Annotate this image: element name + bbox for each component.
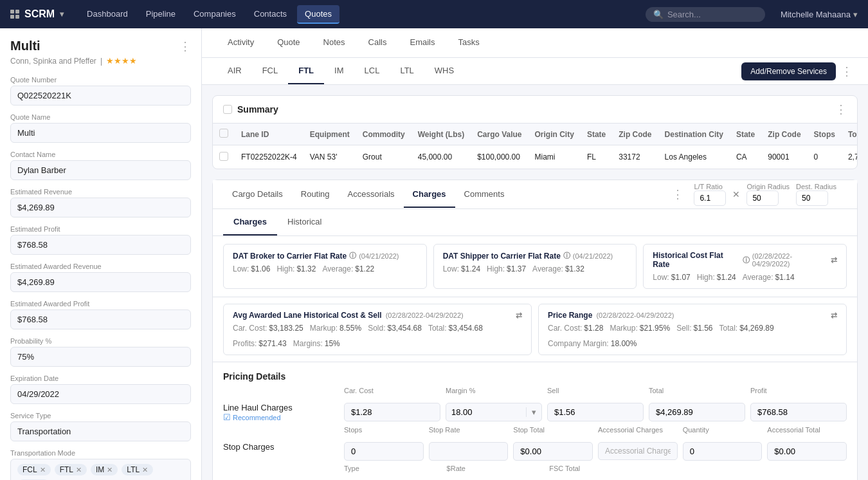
nav-companies[interactable]: Companies: [186, 5, 244, 24]
sidebar-more-options[interactable]: ⋮: [179, 41, 191, 52]
contact-name-value[interactable]: Dylan Barber: [10, 160, 191, 180]
service-tab-fcl[interactable]: FCL: [252, 58, 289, 84]
tab-accessorials[interactable]: Accessorials: [339, 181, 404, 208]
summary-checkbox[interactable]: [223, 105, 232, 114]
search-icon: 🔍: [653, 10, 664, 19]
col-dest-state: State: [730, 124, 761, 145]
user-menu[interactable]: Mitchelle Mahaana ▾: [781, 10, 858, 19]
service-tab-ltl[interactable]: LTL: [390, 58, 424, 84]
line-haul-car-cost-input[interactable]: [344, 403, 440, 421]
price-range-title: Price Range: [548, 311, 592, 320]
charge-tab-charges[interactable]: Charges: [223, 209, 277, 235]
inner-tabs-more-options[interactable]: ⋮: [672, 189, 683, 200]
tab-comments[interactable]: Comments: [455, 181, 514, 208]
tab-notes[interactable]: Notes: [313, 28, 356, 57]
col-origin-city: Origin City: [529, 124, 581, 145]
header-checkbox[interactable]: [219, 129, 228, 138]
accessorial-charges-input[interactable]: [598, 442, 678, 460]
estimated-revenue-value: $4,269.89: [10, 198, 191, 217]
stop-rate-input[interactable]: [429, 442, 509, 461]
pricing-details: Pricing Details Car. Cost Margin % Sell …: [213, 362, 857, 480]
tab-routing[interactable]: Routing: [292, 181, 339, 208]
more-options-icon[interactable]: ⋮: [841, 64, 853, 78]
nav-contacts[interactable]: Contacts: [246, 5, 294, 24]
line-haul-total-input[interactable]: [649, 403, 745, 421]
col-state: State: [581, 124, 612, 145]
tab-activity[interactable]: Activity: [217, 28, 264, 57]
nav-pipeline[interactable]: Pipeline: [138, 5, 183, 24]
row-checkbox[interactable]: [219, 152, 228, 161]
price-range-sliders-icon[interactable]: ⇄: [831, 311, 837, 320]
origin-radius-input[interactable]: [746, 190, 779, 206]
col-label-car-cost: Car. Cost: [344, 387, 440, 394]
col-equipment: Equipment: [303, 124, 356, 145]
quantity-input[interactable]: [683, 442, 763, 461]
check-icon: ☑: [223, 412, 231, 422]
tab-emails[interactable]: Emails: [399, 28, 445, 57]
search-bar[interactable]: 🔍: [646, 7, 765, 22]
tab-cargo-details[interactable]: Cargo Details: [223, 181, 292, 208]
service-tab-lcl[interactable]: LCL: [354, 58, 390, 84]
rate-card-broker: DAT Broker to Carrier Flat Rate ⓘ (04/21…: [223, 244, 427, 289]
col-label-total: Total: [649, 387, 745, 394]
service-tab-ftl[interactable]: FTL: [288, 58, 324, 84]
tag-ftl[interactable]: FTL✕: [55, 464, 87, 475]
remove-im-icon[interactable]: ✕: [107, 466, 113, 474]
sidebar-subtitle: Conn, Spinka and Pfeffer | ★★★★: [10, 56, 191, 66]
historical-info-icon[interactable]: ⓘ: [743, 255, 750, 265]
estimated-profit-value: $768.58: [10, 235, 191, 255]
nav-quotes[interactable]: Quotes: [297, 5, 339, 24]
tab-charges[interactable]: Charges: [404, 181, 455, 208]
estimated-awarded-profit-field: Estimated Awarded Profit $768.58: [10, 300, 191, 329]
tag-ltl[interactable]: LTL✕: [122, 464, 153, 475]
col-label-srate: $Rate: [447, 465, 545, 472]
top-navigation: SCRM ▾ Dashboard Pipeline Companies Cont…: [0, 0, 868, 28]
charge-tab-historical[interactable]: Historical: [277, 209, 332, 235]
quote-name-value[interactable]: Multi: [10, 123, 191, 143]
margin-dropdown-icon[interactable]: ▾: [526, 407, 541, 417]
quote-number-value[interactable]: Q022520221K: [10, 86, 191, 106]
col-total-miles: Total Miles: [842, 124, 857, 145]
tab-quote[interactable]: Quote: [267, 28, 310, 57]
service-tab-air[interactable]: AIR: [217, 58, 252, 84]
line-haul-sell-input[interactable]: [547, 403, 644, 421]
service-tab-im[interactable]: IM: [324, 58, 354, 84]
add-remove-services-button[interactable]: Add/Remove Services: [741, 62, 836, 80]
search-input[interactable]: [667, 10, 757, 19]
shipper-info-icon[interactable]: ⓘ: [563, 251, 570, 261]
remove-ltl-icon[interactable]: ✕: [142, 466, 148, 474]
chevron-down-icon: ▾: [853, 10, 858, 19]
estimated-profit-field: Estimated Profit $768.58: [10, 225, 191, 255]
stops-input[interactable]: [344, 442, 424, 461]
remove-ftl-icon[interactable]: ✕: [76, 466, 82, 474]
avg-sliders-icon[interactable]: ⇄: [516, 311, 522, 320]
remove-fcl-icon[interactable]: ✕: [40, 466, 46, 474]
historical-sliders-icon[interactable]: ⇄: [831, 255, 837, 264]
table-row: FT02252022K-4 VAN 53' Grout 45,000.00 $1…: [213, 145, 857, 169]
service-tab-whs[interactable]: WHS: [424, 58, 464, 84]
estimated-awarded-profit-value: $768.58: [10, 309, 191, 329]
fuel-surcharge-row: Fuel Surcharge: [213, 477, 857, 480]
transport-tags: FCL✕ FTL✕ IM✕ LTL✕ LCL✕: [10, 459, 191, 480]
tag-im[interactable]: IM✕: [91, 464, 118, 475]
line-haul-margin-input[interactable]: [446, 403, 526, 421]
shipper-rate-date: (04/21/2022): [573, 252, 613, 260]
lt-ratio-input[interactable]: [694, 190, 726, 206]
nav-dashboard[interactable]: Dashboard: [79, 5, 136, 24]
expiration-date-value[interactable]: 04/29/2022: [10, 384, 191, 404]
app-logo[interactable]: SCRM ▾: [10, 8, 64, 20]
tab-tasks[interactable]: Tasks: [448, 28, 489, 57]
stop-total-input[interactable]: [513, 442, 593, 461]
row-origin-city: Miami: [529, 145, 581, 169]
broker-info-icon[interactable]: ⓘ: [349, 251, 356, 261]
tab-calls[interactable]: Calls: [358, 28, 397, 57]
accessorial-total-input[interactable]: [767, 442, 847, 461]
line-haul-profit-input[interactable]: [750, 403, 847, 421]
probability-value[interactable]: 75%: [10, 347, 191, 367]
summary-more-options[interactable]: ⋮: [835, 104, 847, 115]
dest-radius-input[interactable]: [796, 190, 828, 206]
tag-fcl[interactable]: FCL✕: [17, 464, 51, 475]
row-zip-dest: 90001: [761, 145, 807, 169]
row-stops: 0: [808, 145, 842, 169]
col-label-stop-rate: Stop Rate: [429, 426, 509, 434]
